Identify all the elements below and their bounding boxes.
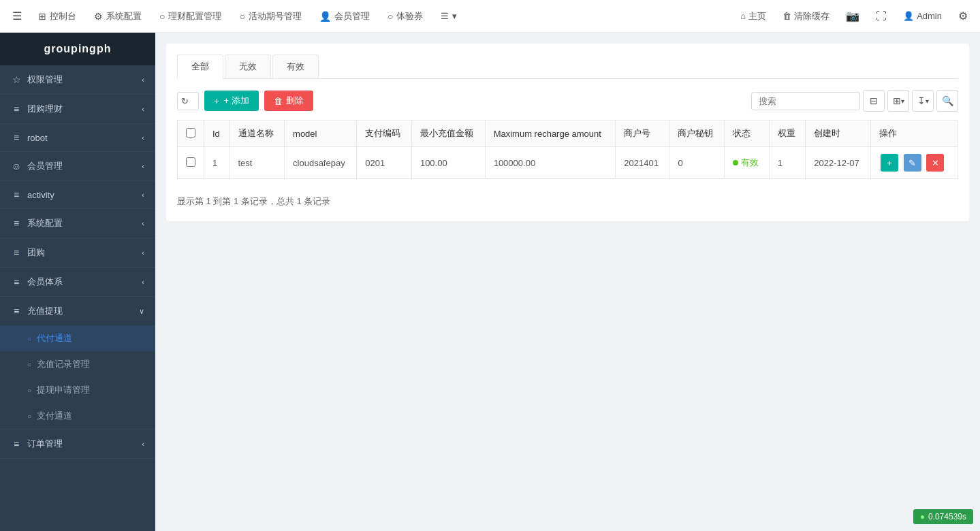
chevron-down-small-icon: ▾ (901, 97, 904, 105)
trash-icon: 🗑 (783, 11, 791, 21)
nav-fullscreen[interactable]: ⛶ (869, 0, 894, 33)
search-box: ⊟ ⊞ ▾ ↧ ▾ 🔍 (751, 90, 958, 112)
add-action-button[interactable]: + (881, 154, 898, 172)
nav-xitongpeizhi[interactable]: ⚙ 系统配置 (86, 0, 150, 33)
sidebar-sub-daifutongdao[interactable]: ○ 代付通道 (0, 325, 155, 351)
sidebar-item-chongzhi-tixian[interactable]: ≡ 充值提现 ∨ (0, 297, 155, 325)
add-button[interactable]: + + 添加 (204, 91, 259, 111)
chevron-right-icon-7: ‹ (142, 248, 144, 257)
edit-action-button[interactable]: ✎ (904, 154, 921, 172)
sidebar-item-robot[interactable]: ≡ robot ‹ (0, 124, 155, 151)
menu-toggle-icon[interactable]: ☰ (5, 5, 29, 27)
refresh-button[interactable]: ↻ (177, 92, 199, 110)
nav-huodong[interactable]: ○ 活动期号管理 (231, 0, 309, 33)
nav-more[interactable]: ☰ ▾ (432, 0, 465, 33)
sidebar-sub-tixian[interactable]: ○ 提现申请管理 (0, 377, 155, 403)
sidebar-item-tuangou[interactable]: ≡ 团购 ‹ (0, 238, 155, 267)
chongzhi-icon: ≡ (11, 306, 22, 317)
chevron-down-icon: ∨ (139, 307, 144, 316)
sidebar-item-quanxian[interactable]: ☆ 权限管理 ‹ (0, 65, 155, 94)
toolbar: ↻ + + 添加 🗑 删除 ⊟ ⊞ ▾ (177, 90, 958, 112)
cell-id: 1 (204, 147, 230, 179)
col-zhifu-code: 支付编码 (357, 120, 412, 147)
chevron-right-icon-3: ‹ (142, 133, 144, 142)
col-tongdao-name: 通道名称 (230, 120, 285, 147)
search-input[interactable] (751, 92, 860, 110)
nav-tiyanjuan[interactable]: ○ 体验券 (379, 0, 431, 33)
cell-min-amount: 100.00 (411, 147, 485, 179)
nav-clear-cache[interactable]: 🗑 清除缓存 (776, 0, 836, 33)
col-merchant-no: 商户号 (616, 120, 669, 147)
nav-huiyuan[interactable]: 👤 会员管理 (311, 0, 378, 33)
nav-xitong-icon: ⚙ (94, 11, 103, 22)
nav-screenshot[interactable]: 📷 (839, 0, 866, 33)
top-nav-right: ⌂ 主页 🗑 清除缓存 📷 ⛶ 👤 Admin ⚙ (733, 0, 975, 33)
sidebar-item-dingdan[interactable]: ≡ 订单管理 ‹ (0, 430, 155, 458)
tab-all[interactable]: 全部 (177, 54, 223, 79)
delete-action-button[interactable]: ✕ (926, 154, 944, 172)
sidebar-item-activity[interactable]: ≡ activity ‹ (0, 181, 155, 208)
plus-icon: + (214, 96, 219, 106)
columns-icon: ⊟ (870, 95, 878, 106)
tab-invalid[interactable]: 无效 (225, 54, 271, 78)
delete-button[interactable]: 🗑 删除 (264, 91, 313, 111)
table-header-checkbox (178, 120, 204, 147)
tab-valid[interactable]: 有效 (272, 54, 319, 78)
sidebar: groupingph ☆ 权限管理 ‹ ≡ 团购理财 ‹ ≡ robot ‹ (0, 33, 155, 531)
cell-operations: + ✎ ✕ (870, 147, 958, 179)
nav-kongzhitai-icon: ⊞ (38, 11, 46, 22)
screenshot-icon: 📷 (846, 10, 859, 22)
cell-weight: 1 (769, 147, 805, 179)
sidebar-sub-zhifutongdao[interactable]: ○ 支付通道 (0, 403, 155, 429)
gear-icon: ⚙ (958, 10, 968, 22)
sidebar-item-xitong-peizhi[interactable]: ≡ 系统配置 ‹ (0, 209, 155, 238)
grid-view-button[interactable]: ⊞ ▾ (887, 90, 909, 112)
row-checkbox-cell (178, 147, 204, 179)
row-checkbox[interactable] (186, 157, 195, 167)
cell-max-amount: 100000.00 (485, 147, 616, 179)
chevron-right-icon-4: ‹ (142, 162, 144, 170)
cell-tongdao-name: test (230, 147, 285, 179)
status-dot (733, 160, 738, 165)
dingdan-icon: ≡ (11, 438, 22, 449)
select-all-checkbox[interactable] (186, 128, 195, 138)
admin-icon: 👤 (903, 11, 914, 21)
magnifier-icon: 🔍 (942, 95, 953, 106)
col-id: Id (204, 120, 230, 147)
sidebar-sub-chongzhijilu[interactable]: ○ 充值记录管理 (0, 351, 155, 377)
table-scrollbar[interactable] (177, 179, 958, 187)
tuangou-icon: ≡ (11, 247, 22, 258)
sidebar-item-huiyuan-tixi[interactable]: ≡ 会员体系 ‹ (0, 268, 155, 296)
nav-huodong-icon: ○ (239, 11, 244, 22)
nav-admin[interactable]: 👤 Admin (896, 0, 949, 33)
nav-kongzhitai[interactable]: ⊞ 控制台 (30, 0, 84, 33)
search-button[interactable]: 🔍 (936, 90, 958, 112)
col-created-at: 创建时 (806, 120, 871, 147)
quanxian-icon: ☆ (11, 74, 22, 85)
cell-merchant-no: 2021401 (616, 147, 669, 179)
chevron-right-icon-9: ‹ (142, 440, 144, 448)
status-badge: 有效 (733, 157, 759, 169)
nav-home[interactable]: ⌂ 主页 (733, 0, 773, 33)
cell-merchant-key: 0 (669, 147, 725, 179)
sidebar-item-huiyuan-guanli[interactable]: ☺ 会员管理 ‹ (0, 152, 155, 180)
cell-model: cloudsafepay (285, 147, 357, 179)
col-merchant-key: 商户秘钥 (669, 120, 725, 147)
columns-button[interactable]: ⊟ (863, 90, 885, 112)
nav-licai[interactable]: ○ 理财配置管理 (151, 0, 230, 33)
sidebar-item-tuangou-licai[interactable]: ≡ 团购理财 ‹ (0, 95, 155, 123)
pagination-info: 显示第 1 到第 1 条记录，总共 1 条记录 (177, 193, 958, 210)
huiyuan-tixi-icon: ≡ (11, 276, 22, 287)
indicator-icon: ● (920, 512, 925, 521)
main-content: 全部 无效 有效 ↻ + + 添加 🗑 (155, 33, 980, 531)
chevron-right-icon-2: ‹ (142, 105, 144, 113)
home-icon: ⌂ (740, 11, 746, 21)
chevron-right-icon-8: ‹ (142, 278, 144, 286)
table-row: 1 test cloudsafepay 0201 100.00 100000.0… (178, 147, 958, 179)
sub-circle-icon-2: ○ (27, 361, 31, 368)
refresh-icon: ↻ (181, 96, 189, 106)
nav-huiyuan-icon: 👤 (319, 11, 331, 22)
sub-circle-icon-4: ○ (27, 413, 31, 420)
nav-system-settings[interactable]: ⚙ (951, 0, 975, 33)
export-button[interactable]: ↧ ▾ (912, 90, 934, 112)
